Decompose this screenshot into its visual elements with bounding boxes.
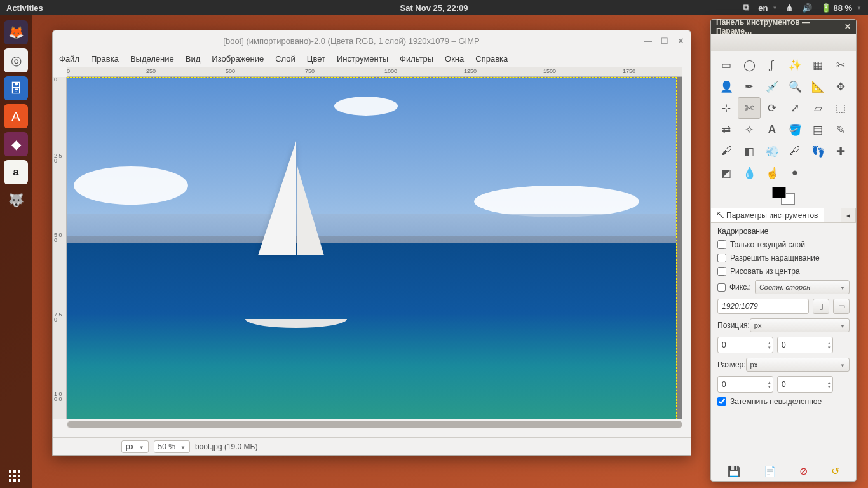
wifi-icon[interactable]: ⋔: [786, 3, 793, 13]
status-zoom-select[interactable]: 50 %: [154, 440, 190, 453]
reset-preset-icon[interactable]: ↺: [831, 465, 839, 477]
position-y-input[interactable]: 0: [777, 337, 833, 353]
window-titlebar[interactable]: [boot] (импортировано)-2.0 (Цвета RGB, 1…: [53, 30, 691, 51]
tab-config-icon[interactable]: ◂: [841, 208, 856, 222]
tool-scissors-icon[interactable]: ✂: [829, 54, 852, 76]
ruler-vertical[interactable]: 0 2 5 0 5 0 0 7 5 0 1 0 0 0: [53, 77, 67, 419]
tool-text-icon[interactable]: A: [761, 119, 783, 140]
tool-flip-icon[interactable]: ⇄: [715, 119, 738, 140]
tool-measure-icon[interactable]: 📐: [806, 76, 829, 97]
color-swatch[interactable]: [711, 186, 856, 208]
menu-windows[interactable]: Окна: [445, 54, 464, 64]
tab-tool-options[interactable]: ⛏ Параметры инструментов: [711, 208, 824, 222]
checkbox[interactable]: [717, 240, 726, 249]
opt-from-center[interactable]: Рисовать из центра: [717, 267, 850, 276]
menu-help[interactable]: Справка: [475, 54, 508, 64]
launcher-amazon-icon[interactable]: a: [4, 160, 28, 184]
tool-crop-icon[interactable]: ✄: [738, 97, 761, 119]
landscape-icon[interactable]: ▭: [833, 299, 850, 314]
toolbox-titlebar[interactable]: Панель инструментов — Параме… ✕: [711, 20, 856, 34]
tool-move-icon[interactable]: ✥: [829, 76, 852, 97]
tool-fuzzy-select-icon[interactable]: ✨: [783, 54, 806, 76]
toolbox-close-icon[interactable]: ✕: [844, 22, 851, 31]
tool-align-icon[interactable]: ⊹: [715, 97, 738, 119]
restore-preset-icon[interactable]: 📄: [764, 465, 776, 477]
tool-bucket-icon[interactable]: 🪣: [783, 119, 806, 140]
opt-darken[interactable]: Затемнить невыделенное: [717, 397, 850, 406]
close-icon[interactable]: ✕: [677, 36, 684, 46]
save-preset-icon[interactable]: 💾: [728, 465, 740, 477]
opt-fixed-checkbox[interactable]: [717, 283, 726, 292]
position-x-input[interactable]: 0: [717, 337, 773, 353]
foreground-color-icon[interactable]: [772, 187, 786, 198]
menu-filters[interactable]: Фильтры: [400, 54, 433, 64]
tool-blur-icon[interactable]: 💧: [738, 162, 761, 184]
size-h-input[interactable]: 0: [777, 376, 833, 393]
opt-only-layer[interactable]: Только текущий слой: [717, 240, 850, 249]
tool-perspective-clone-icon[interactable]: ◩: [715, 162, 738, 184]
minimize-icon[interactable]: —: [644, 36, 652, 46]
position-unit-select[interactable]: px: [750, 318, 850, 332]
launcher-software-icon[interactable]: A: [4, 104, 28, 128]
menu-tools[interactable]: Инструменты: [337, 54, 388, 64]
tool-airbrush-icon[interactable]: 💨: [761, 140, 783, 162]
launcher-camera-icon[interactable]: ◎: [4, 48, 28, 72]
launcher-firefox-icon[interactable]: 🦊: [4, 20, 28, 44]
menu-color[interactable]: Цвет: [307, 54, 325, 64]
tool-ellipse-select-icon[interactable]: ◯: [738, 54, 761, 76]
status-unit-select[interactable]: px: [121, 440, 149, 453]
tool-color-picker-icon[interactable]: 💉: [761, 76, 783, 97]
horizontal-scrollbar[interactable]: [67, 421, 682, 428]
tool-eraser-icon[interactable]: ◧: [738, 140, 761, 162]
tool-cage-icon[interactable]: ✧: [738, 119, 761, 140]
dropbox-icon[interactable]: ⧉: [743, 3, 749, 13]
tool-by-color-icon[interactable]: ▦: [806, 54, 829, 76]
tool-clone-icon[interactable]: 👣: [806, 140, 829, 162]
portrait-icon[interactable]: ▯: [813, 299, 829, 314]
menu-layer[interactable]: Слой: [275, 54, 295, 64]
tool-rect-select-icon[interactable]: ▭: [715, 54, 738, 76]
tool-perspective-icon[interactable]: ⬚: [829, 97, 852, 119]
launcher-files-icon[interactable]: 🗄: [4, 76, 28, 100]
tool-ink-icon[interactable]: 🖋: [783, 140, 806, 162]
menu-file[interactable]: Файл: [59, 54, 79, 64]
tool-shear-icon[interactable]: ▱: [806, 97, 829, 119]
opt-fixed-mode-select[interactable]: Соотн. сторон: [755, 280, 850, 294]
menu-image[interactable]: Изображение: [212, 54, 264, 64]
menu-edit[interactable]: Правка: [91, 54, 119, 64]
menu-view[interactable]: Вид: [186, 54, 201, 64]
checkbox[interactable]: [717, 267, 726, 276]
tool-paths-icon[interactable]: ✒: [738, 76, 761, 97]
tool-scale-icon[interactable]: ⤢: [783, 97, 806, 119]
opt-ratio-input[interactable]: 1920:1079: [717, 299, 809, 314]
tool-pencil-icon[interactable]: ✎: [829, 119, 852, 140]
ruler-horizontal[interactable]: 0 250 500 750 1000 1250 1500 1750: [67, 67, 682, 77]
tool-free-select-icon[interactable]: ʆ: [761, 54, 783, 76]
launcher-purple-icon[interactable]: ◆: [4, 132, 28, 156]
tool-dodge-icon[interactable]: ●: [783, 162, 806, 184]
maximize-icon[interactable]: ☐: [661, 36, 668, 46]
size-label: Размер:: [717, 360, 746, 369]
delete-preset-icon[interactable]: ⊘: [799, 465, 808, 477]
tool-blend-icon[interactable]: ▤: [806, 119, 829, 140]
tool-smudge-icon[interactable]: ☝: [761, 162, 783, 184]
language-indicator[interactable]: en: [758, 3, 777, 13]
clock[interactable]: Sat Nov 25, 22:09: [400, 3, 468, 13]
tool-heal-icon[interactable]: ✚: [829, 140, 852, 162]
menu-select[interactable]: Выделение: [130, 54, 174, 64]
show-applications-icon[interactable]: [9, 470, 20, 482]
image-canvas[interactable]: [67, 77, 682, 419]
opt-allow-grow[interactable]: Разрешить наращивание: [717, 254, 850, 262]
tool-zoom-icon[interactable]: 🔍: [783, 76, 806, 97]
size-unit-select[interactable]: px: [746, 358, 850, 372]
activities-button[interactable]: Activities: [6, 3, 43, 13]
checkbox[interactable]: [717, 254, 726, 262]
volume-icon[interactable]: 🔊: [802, 3, 812, 13]
tool-brush-icon[interactable]: 🖌: [715, 140, 738, 162]
tool-foreground-icon[interactable]: 👤: [715, 76, 738, 97]
size-w-input[interactable]: 0: [717, 376, 773, 393]
checkbox[interactable]: [717, 397, 726, 406]
tool-rotate-icon[interactable]: ⟳: [761, 97, 783, 119]
launcher-gimp-icon[interactable]: 🐺: [4, 188, 28, 212]
battery-indicator[interactable]: 🔋88 %: [821, 3, 862, 13]
